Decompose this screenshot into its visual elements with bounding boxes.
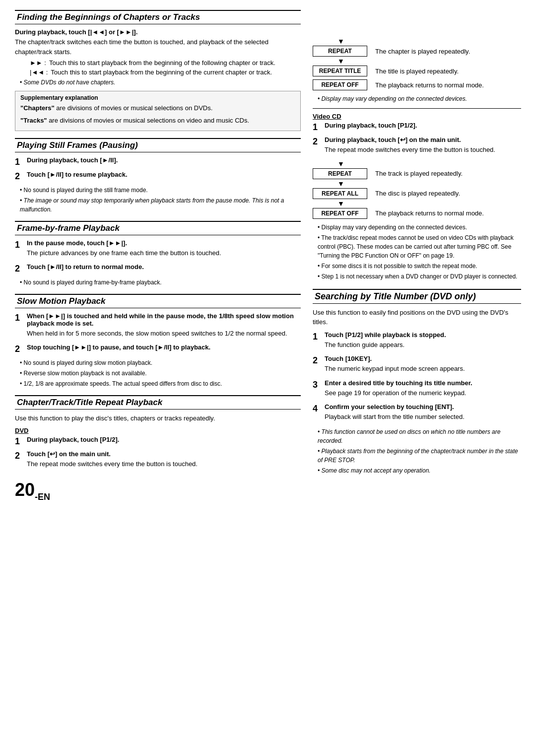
step-frame-1-label: In the pause mode, touch [►►|]. [27,239,301,247]
vcd-repeat-desc-all: The disc is played repeatedly. [375,190,460,197]
step-still-1-label: During playback, touch [►/II]. [27,156,301,164]
forward-text: Touch this to start playback from the be… [49,59,275,67]
vcd-repeat-box-repeat: REPEAT The track is played repeatedly. [313,168,463,179]
sup-box-title: Supplementary explanation [20,94,295,101]
step-slow-2: 2 Stop touching [►►|] to pause, and touc… [15,344,301,355]
vcd-repeat-box-label-all: REPEAT ALL [313,188,367,199]
dvd-repeat-diagram: ▼ REPEAT The chapter is played repeatedl… [313,38,521,103]
vcd-repeat-desc-repeat: The track is played repeatedly. [375,170,463,177]
repeat-box-label-title: REPEAT TITLE [313,66,367,76]
dvd-display-note: Display may vary depending on the connec… [318,94,521,103]
page-number: 20-EN [15,480,301,502]
section-title-searching: Searching by Title Number (DVD only) [313,289,521,304]
vcd-repeat-box-label-repeat: REPEAT [313,168,367,179]
repeat-desc-title: The title is played repeatedly. [375,68,459,75]
vcd-bullet-4: Step 1 is not necessary when a DVD chang… [318,272,521,281]
vcd-repeat-box-label-off: REPEAT OFF [313,208,367,219]
section-frame-by-frame: Frame-by-frame Playback 1 In the pause m… [15,221,301,287]
section-title-frame: Frame-by-frame Playback [15,221,301,235]
search-bullet-1: This function cannot be used on discs on… [318,427,521,445]
vcd-repeat-box-all: REPEAT ALL The disc is played repeatedly… [313,188,460,199]
frame-bullet-1: No sound is played during frame-by-frame… [20,278,301,287]
section-playing-still: Playing Still Frames (Pausing) 1 During … [15,138,301,214]
step-search-3-desc: See page 19 for operation of the numeric… [325,388,521,398]
step-vcd-2-label: During playback, touch [↩] on the main u… [325,136,521,143]
vcd-arrow-1: ▼ [337,160,344,167]
section-searching-title: Searching by Title Number (DVD only) Use… [313,289,521,475]
step-vcd-1-label: During playback, touch [P1/2]. [325,122,521,129]
repeat-intro: Use this function to play the disc's tit… [15,413,301,423]
playback-label-finding: During playback, touch [|◄◄] or [►►|]. [15,28,301,36]
step-frame-2-label: Touch [►/II] to return to normal mode. [27,263,301,271]
arrow-1: ▼ [337,38,344,45]
step-dvd-2: 2 Touch [↩] on the main unit. The repeat… [15,450,301,472]
step-search-2: 2 Touch [10KEY]. The numeric keypad inpu… [313,355,521,376]
section-title-repeat: Chapter/Track/Title Repeat Playback [15,395,301,410]
sup-line-tracks: "Tracks" are divisions of movies or musi… [20,116,295,126]
repeat-desc-off: The playback returns to normal mode. [375,81,484,89]
step-slow-1-label: When [►►|] is touched and held while in … [27,312,301,327]
still-bullet-1: No sound is played during the still fram… [20,186,301,195]
slow-bullet-2: Reverse slow motion playback is not avai… [20,369,301,378]
repeat-box-title: REPEAT TITLE The title is played repeate… [313,66,459,76]
vcd-bullet-2: The track/disc repeat modes cannot be us… [318,233,521,260]
step-vcd-2: 2 During playback, touch [↩] on the main… [313,136,521,157]
back-text: Touch this to start playback from the be… [51,69,272,76]
step-search-3: 3 Enter a desired title by touching its … [313,379,521,401]
step-frame-1: 1 In the pause mode, touch [►►|]. The pi… [15,239,301,261]
arrow-2: ▼ [337,58,344,65]
vcd-bullet-1: Display may vary depending on the connec… [318,223,521,232]
step-still-2-label: Touch [►/II] to resume playback. [27,171,301,178]
arrow-item-back: |◄◄ : Touch this to start playback from … [30,69,301,76]
supplementary-box: Supplementary explanation "Chapters" are… [15,91,301,131]
dvd-label: DVD [15,427,301,434]
step-search-4: 4 Confirm your selection by touching [EN… [313,403,521,424]
section-finding-chapters: Finding the Beginnings of Chapters or Tr… [15,10,301,131]
slow-bullet-3: 1/2, 1/8 are approximate speeds. The act… [20,379,301,388]
section-slow-motion: Slow Motion Playback 1 When [►►|] is tou… [15,294,301,388]
step-frame-2: 2 Touch [►/II] to return to normal mode. [15,263,301,275]
repeat-box-off: REPEAT OFF The playback returns to norma… [313,79,484,90]
vcd-repeat-diagram: ▼ REPEAT The track is played repeatedly.… [313,160,521,220]
step-still-1: 1 During playback, touch [►/II]. [15,156,301,168]
sup-line-chapters: "Chapters" are divisions of movies or mu… [20,103,295,113]
step-search-1-label: Touch [P1/2] while playback is stopped. [325,331,521,339]
step-search-4-label: Confirm your selection by touching [ENT]… [325,403,521,411]
step-slow-1: 1 When [►►|] is touched and held while i… [15,312,301,341]
vcd-arrow-3: ▼ [337,200,344,207]
step-dvd-2-label: Touch [↩] on the main unit. [27,450,301,458]
step-search-4-desc: Playback will start from the title numbe… [325,412,521,422]
search-bullet-2: Playback starts from the beginning of th… [318,447,521,465]
step-search-2-label: Touch [10KEY]. [325,355,521,362]
still-bullet-2: The image or sound may stop temporarily … [20,196,301,214]
vcd-bullet-3: For some discs it is not possible to swi… [318,262,521,271]
step-frame-1-desc: The picture advances by one frame each t… [27,248,301,258]
vcd-arrow-2: ▼ [337,180,344,187]
step-search-1: 1 Touch [P1/2] while playback is stopped… [313,331,521,352]
step-slow-2-label: Stop touching [►►|] to pause, and touch … [27,344,301,351]
vcd-repeat-box-off: REPEAT OFF The playback returns to norma… [313,208,484,219]
playback-desc-finding: The chapter/track switches each time the… [15,37,301,57]
step-search-1-desc: The function guide appears. [325,340,521,350]
step-vcd-2-desc: The repeat mode switches every time the … [325,145,521,155]
finding-note: Some DVDs do not have chapters. [20,78,301,87]
back-symbol: |◄◄ : [30,69,48,76]
repeat-box-repeat: REPEAT The chapter is played repeatedly. [313,46,470,57]
searching-intro: Use this function to easily find positio… [313,308,521,327]
slow-bullet-1: No sound is played during slow motion pl… [20,358,301,367]
section-title-playing-still: Playing Still Frames (Pausing) [15,138,301,152]
step-search-2-desc: The numeric keypad input mode screen app… [325,364,521,374]
search-bullet-3: Some disc may not accept any operation. [318,466,521,475]
arrow-item-forward: ►► : Touch this to start playback from t… [30,59,301,67]
vcd-repeat-desc-off: The playback returns to normal mode. [375,209,484,217]
repeat-box-label-repeat: REPEAT [313,46,367,57]
section-title-finding-chapters: Finding the Beginnings of Chapters or Tr… [15,10,301,24]
forward-symbol: ►► : [30,59,46,67]
repeat-desc-repeat: The chapter is played repeatedly. [375,48,470,55]
step-search-3-label: Enter a desired title by touching its ti… [325,379,521,387]
step-dvd-2-desc: The repeat mode switches every time the … [27,459,301,469]
step-dvd-1: 1 During playback, touch [P1/2]. [15,436,301,447]
step-dvd-1-label: During playback, touch [P1/2]. [27,436,301,443]
section-chapter-repeat: Chapter/Track/Title Repeat Playback Use … [15,395,301,472]
videocd-label: Video CD [313,113,521,120]
